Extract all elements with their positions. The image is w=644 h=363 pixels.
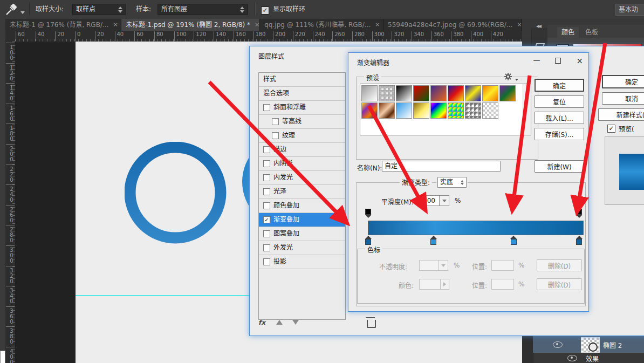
style-item-6[interactable]: 内发光 [259, 171, 345, 185]
color-stop-31[interactable] [430, 236, 437, 245]
document-tab-0[interactable]: 未标题-1 @ 176% (背景, RGB/...× [5, 19, 121, 31]
gradient-preset-black-to-white[interactable] [396, 85, 412, 101]
style-checkbox[interactable] [263, 244, 270, 251]
gradient-preset-blue-red-yellow[interactable] [448, 85, 464, 101]
layer-style-cancel-button[interactable]: 取消 [602, 92, 644, 105]
minimize-icon[interactable]: — [533, 56, 540, 66]
style-checkbox[interactable] [263, 104, 270, 111]
gradient-preset-fg-to-bg[interactable] [361, 85, 378, 101]
style-item-10[interactable]: 图案叠加 [259, 227, 345, 241]
style-checkbox[interactable] [263, 230, 270, 237]
style-item-5[interactable]: 内阴影 [259, 157, 345, 171]
style-item-9[interactable]: ✓渐变叠加 [259, 213, 345, 227]
gradient-preset-spectrum-transparent[interactable] [448, 102, 464, 119]
vertical-ruler[interactable]: 1001201401601802002202402602803003203403… [5, 42, 16, 363]
style-item-4[interactable]: 描边 [259, 143, 345, 157]
move-effect-up-icon[interactable] [276, 320, 283, 325]
sample-size-select[interactable]: 取样点 [72, 4, 126, 15]
style-item-2[interactable]: 等高线 [259, 115, 345, 129]
opacity-stop-0[interactable] [365, 209, 372, 218]
tab-close-icon[interactable]: × [113, 19, 118, 31]
gradient-type-select[interactable]: 实底 [436, 177, 468, 188]
style-item-3[interactable]: 纹理 [259, 129, 345, 143]
gradient-load-button[interactable]: 载入(L)... [535, 112, 584, 124]
sample-select[interactable]: 所有图层 [157, 4, 248, 15]
tab-swatches[interactable]: 色板 [581, 27, 602, 38]
style-item-11[interactable]: 外发光 [259, 241, 345, 255]
maximize-icon[interactable] [555, 58, 561, 64]
document-tab-1[interactable]: 未标题-1.psd @ 191% (椭圆 2, RGB/8) *× [121, 19, 260, 31]
delete-effect-trash-icon[interactable] [367, 320, 376, 328]
gradient-preset-red-green[interactable] [413, 85, 429, 101]
fx-icon[interactable]: fx [258, 319, 265, 326]
color-picker-arrow-icon[interactable] [441, 279, 449, 290]
presets-scrollbar[interactable] [523, 84, 531, 135]
gradient-preview-bar[interactable] [368, 221, 584, 235]
move-effect-down-icon[interactable] [292, 320, 299, 325]
show-ring-checkbox[interactable]: ✓ [261, 4, 269, 15]
layer-row-selected[interactable]: 椭圆 2 [533, 336, 644, 353]
layer-style-ok-button[interactable]: 确定 [602, 75, 644, 88]
style-checkbox[interactable] [272, 118, 279, 125]
gradient-preset-yellow-violet-orange-blue[interactable] [361, 102, 378, 119]
gradient-preset-blue-to-white[interactable] [396, 102, 412, 119]
gradient-preset-gold[interactable] [413, 102, 429, 119]
style-checkbox[interactable] [263, 202, 270, 209]
gradient-name-input[interactable]: 自定 [382, 161, 501, 172]
gradient-new-button[interactable]: 新建(W) [535, 160, 584, 173]
style-checkbox[interactable]: ✓ [263, 216, 270, 223]
preview-checkbox[interactable]: ✓ [607, 124, 615, 133]
gradient-preset-fg-to-transparent[interactable] [379, 85, 395, 101]
document-tab-2[interactable]: qq.jpg @ 111% (秀川临摹, RGB/...× [260, 19, 383, 31]
gradient-preset-transparent[interactable] [482, 102, 498, 119]
color-position-input[interactable] [491, 279, 514, 290]
tab-close-icon[interactable]: × [375, 19, 380, 31]
gradient-ok-button[interactable]: 确定 [535, 79, 584, 92]
gradient-preset-orange-yellow-orange[interactable] [482, 85, 498, 101]
color-swatch-button[interactable] [419, 279, 441, 290]
gradient-reset-button[interactable]: 复位 [535, 95, 584, 108]
color-stop-69[interactable] [510, 236, 517, 245]
gradient-preset-copper[interactable] [379, 102, 395, 119]
presets-menu-gear-icon[interactable] [504, 73, 512, 80]
opacity-dropdown-icon[interactable] [439, 260, 448, 271]
horizontal-ruler[interactable]: 6040200204060801001201401601802002202402… [15, 31, 522, 42]
tab-close-icon[interactable]: × [255, 19, 259, 31]
gradient-preset-transparent-stripes[interactable] [465, 102, 481, 119]
style-checkbox[interactable] [263, 258, 270, 265]
style-item-0[interactable]: 混合选项 [259, 87, 345, 101]
close-icon[interactable]: × [576, 56, 583, 66]
workspace-button[interactable]: 基本功 [615, 4, 644, 16]
delete-color-stop-button[interactable]: 删除(D) [537, 278, 582, 290]
effects-visibility-eye-icon[interactable] [567, 355, 577, 361]
style-item-1[interactable]: 斜面和浮雕 [259, 101, 345, 115]
style-checkbox[interactable] [272, 132, 279, 139]
opacity-input[interactable] [419, 260, 439, 271]
foreground-color-sliver[interactable] [0, 351, 5, 363]
style-item-12[interactable]: 投影 [259, 255, 345, 269]
tool-dropdown-caret[interactable] [20, 6, 25, 18]
style-item-8[interactable]: 颜色叠加 [259, 199, 345, 213]
delete-opacity-stop-button[interactable]: 删除(D) [537, 259, 582, 271]
color-stop-100[interactable] [576, 236, 583, 245]
layer-visibility-eye-icon[interactable] [553, 341, 563, 348]
smoothness-input[interactable]: 100 [420, 195, 440, 206]
presets-menu-caret[interactable] [515, 75, 518, 83]
tab-color[interactable]: 颜色 [557, 27, 579, 38]
tab-close-icon[interactable]: × [517, 19, 522, 31]
opacity-position-input[interactable] [491, 260, 514, 271]
gradient-preset-violet-orange[interactable] [430, 85, 447, 101]
gradient-preset-violet-green-orange[interactable] [499, 85, 516, 101]
style-item-7[interactable]: 光泽 [259, 185, 345, 199]
eyedropper-tool-icon[interactable] [5, 4, 17, 16]
color-stop-0[interactable] [365, 236, 372, 245]
style-checkbox[interactable] [263, 174, 270, 181]
opacity-stop-100[interactable] [576, 209, 583, 218]
style-checkbox[interactable] [263, 188, 270, 195]
gradient-save-button[interactable]: 存储(S)... [535, 128, 584, 140]
style-checkbox[interactable] [263, 146, 270, 153]
gradient-preset-spectrum[interactable] [430, 102, 447, 119]
style-checkbox[interactable] [263, 160, 270, 167]
smoothness-dropdown-icon[interactable] [440, 195, 449, 206]
gradient-preset-blue-yellow-blue[interactable] [465, 85, 481, 101]
